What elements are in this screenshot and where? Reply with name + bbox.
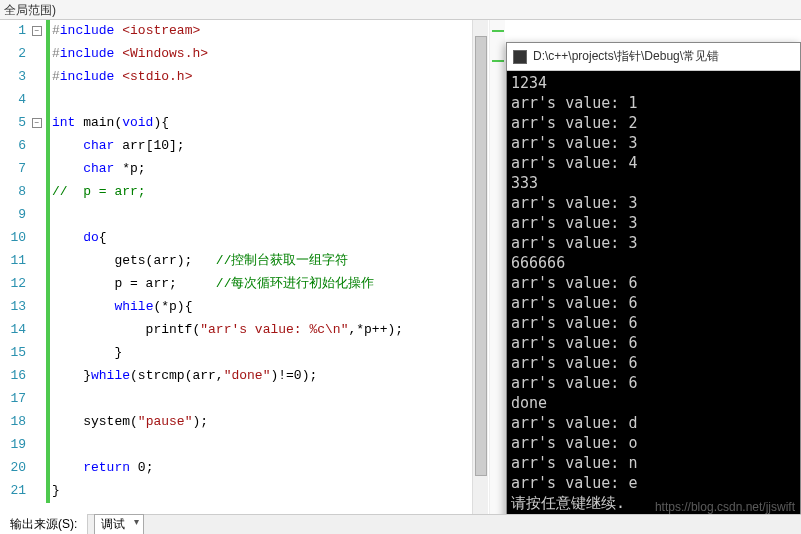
fold-toggle[interactable]: − — [32, 26, 42, 36]
console-output[interactable]: 1234 arr's value: 1 arr's value: 2 arr's… — [507, 71, 800, 515]
fold-column[interactable]: −− — [32, 20, 46, 514]
code-line[interactable]: #include <iostream> — [52, 20, 801, 43]
line-number-gutter: 123456789101112131415161718192021 — [0, 20, 32, 514]
line-number: 19 — [0, 434, 26, 457]
line-number: 7 — [0, 158, 26, 181]
editor-scrollbar-vertical[interactable] — [472, 20, 488, 514]
line-number: 12 — [0, 273, 26, 296]
console-titlebar[interactable]: D:\c++\projects\指针\Debug\常见错 — [507, 43, 800, 71]
watermark: https://blog.csdn.net/jjswift — [655, 500, 795, 514]
line-number: 4 — [0, 89, 26, 112]
line-number: 11 — [0, 250, 26, 273]
line-number: 16 — [0, 365, 26, 388]
line-number: 13 — [0, 296, 26, 319]
line-number: 15 — [0, 342, 26, 365]
line-number: 10 — [0, 227, 26, 250]
line-number: 14 — [0, 319, 26, 342]
line-number: 1 — [0, 20, 26, 43]
console-window[interactable]: D:\c++\projects\指针\Debug\常见错 1234 arr's … — [506, 42, 801, 534]
line-number: 2 — [0, 43, 26, 66]
bottom-bar: 输出来源(S): 调试 — [0, 514, 801, 534]
line-number: 9 — [0, 204, 26, 227]
line-number: 17 — [0, 388, 26, 411]
line-number: 3 — [0, 66, 26, 89]
line-number: 20 — [0, 457, 26, 480]
editor-overview-ruler[interactable] — [489, 20, 505, 514]
console-icon — [513, 50, 527, 64]
fold-toggle[interactable]: − — [32, 118, 42, 128]
scope-bar: 全局范围) — [0, 0, 801, 20]
scrollbar-thumb[interactable] — [475, 36, 487, 476]
line-number: 21 — [0, 480, 26, 503]
output-source-dropdown[interactable]: 调试 — [94, 514, 144, 534]
line-number: 5 — [0, 112, 26, 135]
line-number: 8 — [0, 181, 26, 204]
line-number: 6 — [0, 135, 26, 158]
line-number: 18 — [0, 411, 26, 434]
output-source-label: 输出来源(S): — [0, 514, 88, 534]
console-title-text: D:\c++\projects\指针\Debug\常见错 — [533, 48, 719, 65]
